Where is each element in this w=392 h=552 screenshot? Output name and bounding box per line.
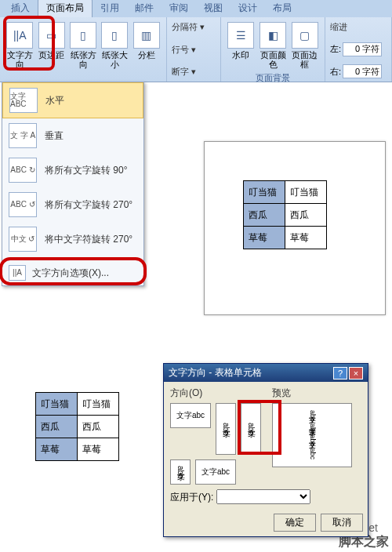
preview-legend: 预览 [272, 387, 352, 400]
indent-left-input[interactable] [343, 42, 382, 56]
margins-icon: ▭ [38, 22, 65, 49]
text-direction-dropdown: 文字 ABC水平 文 字 A垂直 ABC ↻将所有文字旋转 90° ABC ↺将… [2, 82, 144, 286]
orientation-button[interactable]: ▯ 纸张方向 [68, 20, 98, 71]
margins-button[interactable]: ▭ 页边距 [36, 20, 66, 71]
dd-rotate-cn270[interactable]: 中文 ↺将中文字符旋转 270° [2, 222, 143, 256]
tab-layout[interactable]: 布局 [265, 0, 299, 17]
tab-design[interactable]: 设计 [230, 0, 265, 17]
text-direction-label: 文字方向 [6, 50, 33, 69]
orient-vertical-3[interactable]: 文字abc [170, 459, 191, 485]
table-cell[interactable]: 西瓜 [244, 204, 285, 227]
apply-to-row: 应用于(Y): [170, 489, 361, 504]
orient-vertical-2[interactable]: 文字abc [241, 403, 261, 455]
watermark-icon: ☰ [227, 22, 254, 49]
tab-mail[interactable]: 邮件 [127, 0, 162, 17]
direction-legend: 方向(O) [170, 387, 264, 400]
dialog-help-button[interactable]: ? [333, 367, 347, 380]
table-cell[interactable]: 叮当猫 [244, 181, 285, 204]
dd-horizontal-icon: 文字 ABC [9, 88, 38, 113]
document-table-1[interactable]: 叮当猫叮当猫 西瓜西瓜 草莓草莓 [243, 180, 327, 249]
indent-left-label: 左: [330, 43, 341, 55]
columns-button[interactable]: ▥ 分栏 [132, 20, 162, 71]
dd-options-label: 文字方向选项(X)... [32, 267, 109, 280]
page-color-button[interactable]: ◧ 页面颜色 [258, 20, 289, 71]
tab-page-layout[interactable]: 页面布局 [38, 0, 93, 17]
margins-label: 页边距 [38, 50, 64, 60]
table-cell[interactable]: 草莓 [36, 438, 78, 461]
preview-box: 文字abc文字 字abc文字abc abc [272, 403, 352, 467]
text-direction-dialog: 文字方向 - 表格单元格 ? × 方向(O) 文字abc 文字abc 文字abc… [163, 363, 368, 537]
page-border-button[interactable]: ▢ 页面边框 [289, 20, 320, 71]
orientation-icon: ▯ [70, 22, 96, 49]
orient-vertical-1[interactable]: 文字abc [216, 403, 236, 455]
dd-rotate270[interactable]: ABC ↺将所有文字旋转 270° [2, 187, 143, 222]
text-direction-button[interactable]: ||A 文字方向 [5, 20, 34, 71]
orient-horizontal-2[interactable]: 文字abc [195, 459, 236, 485]
ok-button[interactable]: 确定 [274, 514, 316, 532]
tab-review[interactable]: 审阅 [162, 0, 196, 17]
size-icon: ▯ [101, 22, 128, 49]
table-cell[interactable]: 西瓜 [36, 416, 78, 438]
page-color-icon: ◧ [260, 22, 286, 49]
table-cell[interactable]: 草莓 [78, 438, 119, 461]
indent-right[interactable]: 右: [330, 64, 387, 78]
dd-vertical-label: 垂直 [45, 129, 64, 143]
table-cell[interactable]: 西瓜 [285, 204, 327, 227]
indent-right-label: 右: [330, 66, 341, 78]
dd-rotate270-label: 将所有文字旋转 270° [45, 198, 132, 212]
table-cell[interactable]: 西瓜 [78, 416, 119, 438]
dd-rotate-cn270-icon: 中文 ↺ [9, 227, 37, 252]
dd-rotate90[interactable]: ABC ↻将所有文字旋转 90° [2, 153, 143, 187]
dd-rotate90-label: 将所有文字旋转 90° [45, 164, 127, 177]
page-color-label: 页面颜色 [260, 50, 287, 69]
indent-left[interactable]: 左: [330, 42, 387, 56]
dd-options-icon: ||A [9, 265, 26, 281]
text-direction-icon: ||A [6, 22, 33, 49]
dd-separator [5, 258, 140, 259]
dd-rotate270-icon: ABC ↺ [9, 192, 37, 217]
dd-vertical-icon: 文 字 A [9, 123, 37, 148]
document-table-2[interactable]: 叮当猫叮当猫 西瓜西瓜 草莓草莓 [35, 392, 119, 461]
size-label: 纸张大小 [101, 50, 128, 69]
group-page-bg-label: 页面背景 [226, 72, 320, 84]
table-cell[interactable]: 叮当猫 [285, 181, 327, 204]
apply-to-select[interactable] [216, 489, 310, 504]
dialog-close-button[interactable]: × [349, 367, 363, 380]
cancel-button[interactable]: 取消 [321, 514, 363, 532]
apply-to-label: 应用于(Y): [170, 492, 213, 503]
tab-view[interactable]: 视图 [196, 0, 230, 17]
table-cell[interactable]: 叮当猫 [78, 393, 119, 416]
page-border-label: 页面边框 [291, 50, 318, 69]
dialog-titlebar[interactable]: 文字方向 - 表格单元格 ? × [164, 364, 368, 382]
tab-insert[interactable]: 插入 [3, 0, 38, 17]
hyphenation-button[interactable]: 断字 ▾ [172, 65, 216, 78]
dd-horizontal-label: 水平 [45, 94, 64, 107]
indent-label: 缩进 [330, 20, 387, 34]
table-cell[interactable]: 草莓 [244, 227, 285, 249]
dd-vertical[interactable]: 文 字 A垂直 [2, 118, 143, 153]
orientation-label: 纸张方向 [70, 50, 96, 69]
dd-options[interactable]: ||A 文字方向选项(X)... [2, 260, 143, 285]
columns-label: 分栏 [138, 50, 155, 60]
table-cell[interactable]: 草莓 [285, 227, 327, 249]
dialog-title: 文字方向 - 表格单元格 [169, 366, 262, 380]
dd-rotate-cn270-label: 将中文字符旋转 270° [45, 233, 132, 246]
dd-rotate90-icon: ABC ↻ [9, 158, 37, 183]
watermark-label: 水印 [232, 50, 249, 60]
page-border-icon: ▢ [292, 22, 318, 49]
indent-right-input[interactable] [343, 64, 382, 78]
table-cell[interactable]: 叮当猫 [36, 393, 78, 416]
line-numbers-button[interactable]: 行号 ▾ [172, 43, 216, 56]
orient-horizontal[interactable]: 文字abc [170, 403, 211, 428]
columns-icon: ▥ [133, 22, 160, 49]
dd-horizontal[interactable]: 文字 ABC水平 [2, 82, 143, 118]
watermark-button[interactable]: ☰ 水印 [226, 20, 256, 71]
breaks-button[interactable]: 分隔符 ▾ [172, 20, 216, 34]
tab-references[interactable]: 引用 [93, 0, 127, 17]
size-button[interactable]: ▯ 纸张大小 [100, 20, 129, 71]
ribbon-tabs: 插入 页面布局 引用 邮件 审阅 视图 设计 布局 [0, 0, 392, 17]
